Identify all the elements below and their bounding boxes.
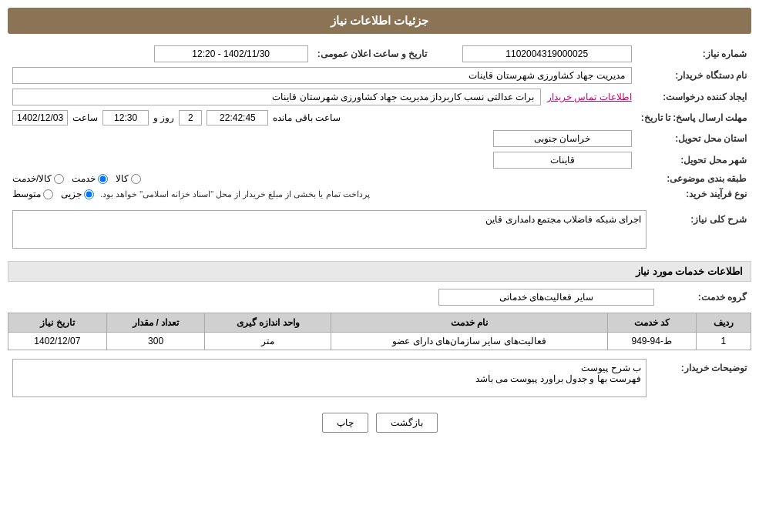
deadline-remaining: 22:42:45 <box>207 110 268 125</box>
category-option-goods-service[interactable]: کالا/خدمت <box>12 173 64 184</box>
cell-name: فعالیت‌های سایر سازمان‌های دارای عضو <box>331 333 608 350</box>
col-header-unit: واحد اندازه گیری <box>205 313 331 333</box>
service-group-label: گروه خدمت: <box>659 286 751 308</box>
announce-date-value: 1402/11/30 - 12:20 <box>154 45 308 62</box>
cell-quantity: 300 <box>106 333 205 350</box>
deadline-days-label: روز و <box>153 112 174 123</box>
province-label: استان محل تحویل: <box>636 128 751 149</box>
category-label-goods-service: کالا/خدمت <box>12 173 52 184</box>
category-label-goods: کالا <box>116 173 129 184</box>
services-section-title: اطلاعات خدمات مورد نیاز <box>8 261 751 282</box>
cell-date: 1402/12/07 <box>8 333 107 350</box>
buyer-org-label: نام دستگاه خریدار: <box>636 65 751 86</box>
process-label-partial: جزیی <box>61 189 82 199</box>
process-label: نوع فرآیند خرید: <box>636 186 751 202</box>
col-header-code: کد خدمت <box>607 313 696 333</box>
col-header-date: تاریخ نیاز <box>8 313 107 333</box>
buyer-notes-label: توضیحات خریدار: <box>651 356 751 402</box>
deadline-time: 12:30 <box>102 110 149 125</box>
description-textarea <box>12 210 646 249</box>
description-label: شرح کلی نیاز: <box>651 208 751 253</box>
buyer-notes-textarea <box>12 359 646 397</box>
process-option-medium[interactable]: متوسط <box>12 189 53 199</box>
request-number-label: شماره نیاز: <box>636 43 751 65</box>
print-button[interactable]: چاپ <box>322 413 368 433</box>
col-header-name: نام خدمت <box>331 313 608 333</box>
services-table: ردیف کد خدمت نام خدمت واحد اندازه گیری ت… <box>8 313 751 350</box>
deadline-date: 1402/12/03 <box>12 110 68 125</box>
service-group-value: سایر فعالیت‌های خدماتی <box>438 289 654 306</box>
creator-value: برات عدالتی نسب کاربرداز مدیریت جهاد کشا… <box>12 89 541 105</box>
category-option-goods[interactable]: کالا <box>116 173 141 184</box>
cell-code: ط-94-949 <box>607 333 696 350</box>
col-header-row: ردیف <box>696 313 751 333</box>
process-label-medium: متوسط <box>12 189 41 199</box>
request-number-value: 1102004319000025 <box>462 45 632 62</box>
buyer-org-value: مدیریت جهاد کشاورزی شهرستان قاینات <box>12 67 632 84</box>
process-note: پرداخت تمام یا بخشی از مبلغ خریدار از مح… <box>100 189 370 199</box>
contact-link[interactable]: اطلاعات تماس خریدار <box>547 92 632 102</box>
back-button[interactable]: بازگشت <box>376 413 438 433</box>
cell-unit: متر <box>205 333 331 350</box>
province-value: خراسان جنوبی <box>493 130 632 147</box>
city-value: قاینات <box>493 152 632 169</box>
process-option-partial[interactable]: جزیی <box>61 189 94 199</box>
category-option-service[interactable]: خدمت <box>72 173 108 184</box>
deadline-time-label: ساعت <box>72 112 98 123</box>
deadline-label: مهلت ارسال پاسخ: تا تاریخ: <box>636 108 751 128</box>
cell-row: 1 <box>696 333 751 350</box>
creator-label: ایجاد کننده درخواست: <box>636 86 751 108</box>
city-label: شهر محل تحویل: <box>636 149 751 171</box>
category-label-service: خدمت <box>72 173 96 184</box>
deadline-days: 2 <box>179 110 202 125</box>
deadline-remaining-label: ساعت باقی مانده <box>273 112 341 123</box>
table-row: 1 ط-94-949 فعالیت‌های سایر سازمان‌های دا… <box>8 333 751 350</box>
col-header-quantity: تعداد / مقدار <box>106 313 205 333</box>
announce-date-label: تاریخ و ساعت اعلان عمومی: <box>313 43 436 65</box>
category-label: طبقه بندی موضوعی: <box>636 171 751 186</box>
page-title: جزئیات اطلاعات نیاز <box>8 8 751 34</box>
